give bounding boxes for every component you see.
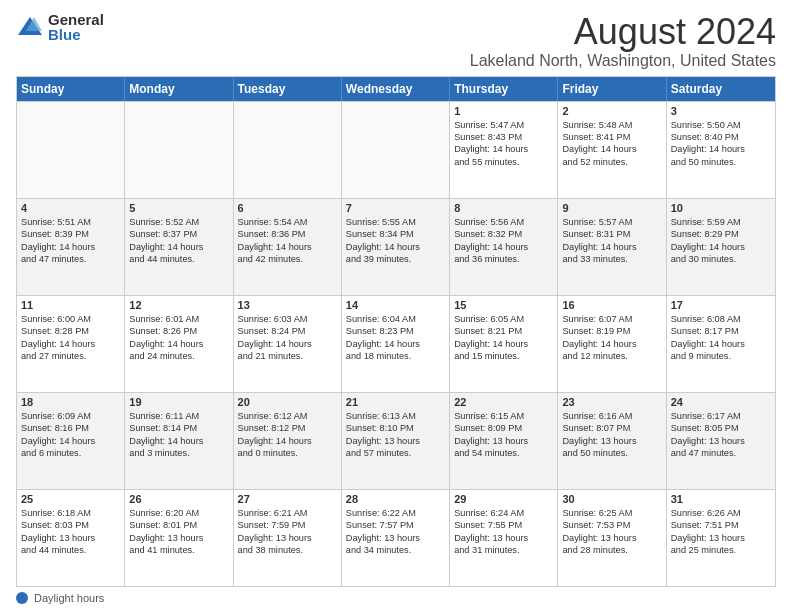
calendar-row-2: 11Sunrise: 6:00 AM Sunset: 8:28 PM Dayli… [17, 295, 775, 392]
day-cell-3: 3Sunrise: 5:50 AM Sunset: 8:40 PM Daylig… [667, 102, 775, 198]
day-number: 18 [21, 396, 120, 408]
day-cell-27: 27Sunrise: 6:21 AM Sunset: 7:59 PM Dayli… [234, 490, 342, 586]
calendar: SundayMondayTuesdayWednesdayThursdayFrid… [16, 76, 776, 587]
day-details: Sunrise: 5:55 AM Sunset: 8:34 PM Dayligh… [346, 216, 445, 266]
day-cell-23: 23Sunrise: 6:16 AM Sunset: 8:07 PM Dayli… [558, 393, 666, 489]
day-header-saturday: Saturday [667, 77, 775, 101]
day-number: 16 [562, 299, 661, 311]
logo-blue: Blue [48, 27, 104, 42]
day-details: Sunrise: 6:11 AM Sunset: 8:14 PM Dayligh… [129, 410, 228, 460]
day-cell-16: 16Sunrise: 6:07 AM Sunset: 8:19 PM Dayli… [558, 296, 666, 392]
day-number: 23 [562, 396, 661, 408]
day-details: Sunrise: 6:07 AM Sunset: 8:19 PM Dayligh… [562, 313, 661, 363]
day-details: Sunrise: 6:05 AM Sunset: 8:21 PM Dayligh… [454, 313, 553, 363]
day-cell-17: 17Sunrise: 6:08 AM Sunset: 8:17 PM Dayli… [667, 296, 775, 392]
day-cell-29: 29Sunrise: 6:24 AM Sunset: 7:55 PM Dayli… [450, 490, 558, 586]
day-details: Sunrise: 6:13 AM Sunset: 8:10 PM Dayligh… [346, 410, 445, 460]
day-details: Sunrise: 6:00 AM Sunset: 8:28 PM Dayligh… [21, 313, 120, 363]
day-number: 1 [454, 105, 553, 117]
day-cell-24: 24Sunrise: 6:17 AM Sunset: 8:05 PM Dayli… [667, 393, 775, 489]
day-cell-19: 19Sunrise: 6:11 AM Sunset: 8:14 PM Dayli… [125, 393, 233, 489]
day-cell-6: 6Sunrise: 5:54 AM Sunset: 8:36 PM Daylig… [234, 199, 342, 295]
day-number: 6 [238, 202, 337, 214]
day-cell-12: 12Sunrise: 6:01 AM Sunset: 8:26 PM Dayli… [125, 296, 233, 392]
day-number: 27 [238, 493, 337, 505]
day-header-monday: Monday [125, 77, 233, 101]
day-details: Sunrise: 6:24 AM Sunset: 7:55 PM Dayligh… [454, 507, 553, 557]
day-cell-18: 18Sunrise: 6:09 AM Sunset: 8:16 PM Dayli… [17, 393, 125, 489]
title-area: August 2024 Lakeland North, Washington, … [470, 12, 776, 70]
day-details: Sunrise: 5:48 AM Sunset: 8:41 PM Dayligh… [562, 119, 661, 169]
day-number: 10 [671, 202, 771, 214]
day-number: 8 [454, 202, 553, 214]
day-details: Sunrise: 6:08 AM Sunset: 8:17 PM Dayligh… [671, 313, 771, 363]
day-details: Sunrise: 5:52 AM Sunset: 8:37 PM Dayligh… [129, 216, 228, 266]
page: General Blue August 2024 Lakeland North,… [0, 0, 792, 612]
day-cell-21: 21Sunrise: 6:13 AM Sunset: 8:10 PM Dayli… [342, 393, 450, 489]
logo: General Blue [16, 12, 104, 42]
day-details: Sunrise: 6:25 AM Sunset: 7:53 PM Dayligh… [562, 507, 661, 557]
day-cell-10: 10Sunrise: 5:59 AM Sunset: 8:29 PM Dayli… [667, 199, 775, 295]
day-number: 21 [346, 396, 445, 408]
calendar-row-1: 4Sunrise: 5:51 AM Sunset: 8:39 PM Daylig… [17, 198, 775, 295]
calendar-row-4: 25Sunrise: 6:18 AM Sunset: 8:03 PM Dayli… [17, 489, 775, 586]
logo-text: General Blue [48, 12, 104, 42]
day-number: 14 [346, 299, 445, 311]
day-number: 17 [671, 299, 771, 311]
day-details: Sunrise: 6:15 AM Sunset: 8:09 PM Dayligh… [454, 410, 553, 460]
day-details: Sunrise: 6:18 AM Sunset: 8:03 PM Dayligh… [21, 507, 120, 557]
day-number: 26 [129, 493, 228, 505]
day-cell-30: 30Sunrise: 6:25 AM Sunset: 7:53 PM Dayli… [558, 490, 666, 586]
day-cell-8: 8Sunrise: 5:56 AM Sunset: 8:32 PM Daylig… [450, 199, 558, 295]
day-details: Sunrise: 6:03 AM Sunset: 8:24 PM Dayligh… [238, 313, 337, 363]
day-cell-2: 2Sunrise: 5:48 AM Sunset: 8:41 PM Daylig… [558, 102, 666, 198]
day-number: 29 [454, 493, 553, 505]
day-number: 13 [238, 299, 337, 311]
footer: Daylight hours [16, 592, 776, 604]
day-details: Sunrise: 6:26 AM Sunset: 7:51 PM Dayligh… [671, 507, 771, 557]
day-cell-1: 1Sunrise: 5:47 AM Sunset: 8:43 PM Daylig… [450, 102, 558, 198]
day-number: 12 [129, 299, 228, 311]
day-cell-22: 22Sunrise: 6:15 AM Sunset: 8:09 PM Dayli… [450, 393, 558, 489]
day-details: Sunrise: 6:21 AM Sunset: 7:59 PM Dayligh… [238, 507, 337, 557]
month-title: August 2024 [470, 12, 776, 52]
day-cell-5: 5Sunrise: 5:52 AM Sunset: 8:37 PM Daylig… [125, 199, 233, 295]
day-cell-20: 20Sunrise: 6:12 AM Sunset: 8:12 PM Dayli… [234, 393, 342, 489]
day-details: Sunrise: 6:04 AM Sunset: 8:23 PM Dayligh… [346, 313, 445, 363]
day-number: 5 [129, 202, 228, 214]
footer-label: Daylight hours [34, 592, 104, 604]
day-details: Sunrise: 5:59 AM Sunset: 8:29 PM Dayligh… [671, 216, 771, 266]
day-number: 2 [562, 105, 661, 117]
day-cell-14: 14Sunrise: 6:04 AM Sunset: 8:23 PM Dayli… [342, 296, 450, 392]
day-details: Sunrise: 6:16 AM Sunset: 8:07 PM Dayligh… [562, 410, 661, 460]
empty-cell [342, 102, 450, 198]
day-cell-31: 31Sunrise: 6:26 AM Sunset: 7:51 PM Dayli… [667, 490, 775, 586]
calendar-row-3: 18Sunrise: 6:09 AM Sunset: 8:16 PM Dayli… [17, 392, 775, 489]
day-number: 31 [671, 493, 771, 505]
day-header-thursday: Thursday [450, 77, 558, 101]
footer-dot [16, 592, 28, 604]
day-header-wednesday: Wednesday [342, 77, 450, 101]
day-details: Sunrise: 5:50 AM Sunset: 8:40 PM Dayligh… [671, 119, 771, 169]
day-cell-4: 4Sunrise: 5:51 AM Sunset: 8:39 PM Daylig… [17, 199, 125, 295]
logo-icon [16, 13, 44, 41]
day-number: 9 [562, 202, 661, 214]
day-number: 11 [21, 299, 120, 311]
day-details: Sunrise: 6:20 AM Sunset: 8:01 PM Dayligh… [129, 507, 228, 557]
day-number: 4 [21, 202, 120, 214]
day-number: 28 [346, 493, 445, 505]
day-number: 24 [671, 396, 771, 408]
day-number: 20 [238, 396, 337, 408]
day-details: Sunrise: 5:51 AM Sunset: 8:39 PM Dayligh… [21, 216, 120, 266]
day-cell-26: 26Sunrise: 6:20 AM Sunset: 8:01 PM Dayli… [125, 490, 233, 586]
day-number: 25 [21, 493, 120, 505]
calendar-row-0: 1Sunrise: 5:47 AM Sunset: 8:43 PM Daylig… [17, 101, 775, 198]
day-cell-9: 9Sunrise: 5:57 AM Sunset: 8:31 PM Daylig… [558, 199, 666, 295]
day-number: 3 [671, 105, 771, 117]
calendar-body: 1Sunrise: 5:47 AM Sunset: 8:43 PM Daylig… [17, 101, 775, 586]
day-cell-15: 15Sunrise: 6:05 AM Sunset: 8:21 PM Dayli… [450, 296, 558, 392]
day-details: Sunrise: 6:01 AM Sunset: 8:26 PM Dayligh… [129, 313, 228, 363]
day-header-sunday: Sunday [17, 77, 125, 101]
empty-cell [234, 102, 342, 198]
day-details: Sunrise: 6:09 AM Sunset: 8:16 PM Dayligh… [21, 410, 120, 460]
